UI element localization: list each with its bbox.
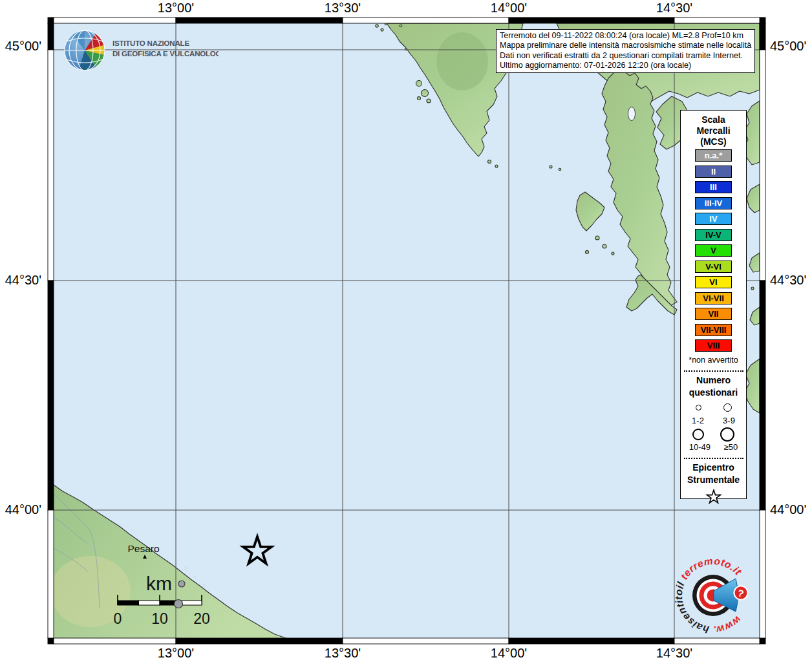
axis-label-left-45-00: 45°00' — [0, 39, 41, 54]
ingv-logo: ISTITUTO NAZIONALE DI GEOFISICA E VULCAN… — [63, 29, 219, 77]
legend-intensity-ii: II — [695, 166, 732, 178]
axis-label-top-13-30: 13°30' — [325, 1, 361, 16]
event-info-box: Terremoto del 09-11-2022 08:00:24 (ora l… — [496, 29, 755, 73]
scale-tick-0: 0 — [114, 610, 122, 628]
ingv-logo-line2: DI GEOFISICA E VULCANOLOGIA — [112, 50, 219, 58]
questionnaire-size-row-small — [685, 401, 743, 415]
questionnaire-size-labels-small: 1-2 3-9 — [683, 416, 745, 425]
questionnaire-circle-3-9 — [723, 403, 732, 412]
ingv-logo-line1: ISTITUTO NAZIONALE — [112, 39, 189, 47]
questionnaire-circle-50 — [720, 427, 734, 442]
sea-area — [54, 23, 760, 638]
questionnaire-label-10-49: 10-49 — [689, 442, 710, 452]
ingv-logo-text: ISTITUTO NAZIONALE DI GEOFISICA E VULCAN… — [112, 39, 219, 58]
haisentitoilterremoto-logo: www. haisentitoil terremoto.it ? — [666, 546, 769, 652]
legend-intensity-v: V — [695, 244, 732, 257]
city-label-pesaro: Pesaro — [127, 543, 159, 555]
questionnaire-label-1-2: 1-2 — [692, 416, 704, 425]
legend-questionnaires-title-line2: questionari — [681, 387, 746, 399]
axis-label-right-44-30: 44°30' — [770, 273, 806, 288]
legend-intensity-iii-iv: III-IV — [695, 197, 732, 209]
legend-intensity-vi: VI — [695, 276, 732, 288]
legend-epicenter-title-line1: Epicentro — [681, 462, 746, 474]
legend-title-line1: Scala — [681, 114, 746, 125]
legend-intensity-na: n.a.* — [695, 149, 732, 162]
ingv-logo-svg: ISTITUTO NAZIONALE DI GEOFISICA E VULCAN… — [63, 29, 219, 74]
legend-epicenter-title: Epicentro Strumentale — [681, 462, 746, 486]
event-info-line3: Dati non verificati estratti da 2 questi… — [500, 51, 751, 61]
axis-label-top-13-00: 13°00' — [158, 1, 194, 16]
axis-label-right-45-00: 45°00' — [770, 39, 806, 54]
axis-label-right-44-00: 44°00' — [770, 502, 806, 517]
lake-vrana — [628, 107, 636, 121]
macroseismic-map-page: { "colors": { "sea": "#d7e8f7", "land_ba… — [0, 0, 812, 662]
axis-label-bottom-13-30: 13°30' — [325, 646, 361, 661]
questionnaire-size-row-large — [685, 427, 743, 442]
questionnaire-label-3-9: 3-9 — [723, 416, 735, 425]
axis-label-top-14-00: 14°00' — [491, 1, 527, 16]
legend-intensity-iii: III — [695, 181, 732, 193]
legend-intensity-v-vi: V-VI — [695, 261, 732, 273]
legend-intensity-viii: VIII — [695, 339, 732, 352]
axis-label-top-14-30: 14°30' — [656, 1, 692, 16]
legend-title-line3: (MCS) — [681, 136, 746, 147]
legend-intensity-iv: IV — [695, 213, 732, 225]
scale-tick-20: 20 — [193, 610, 210, 628]
legend-intensity-iv-v: IV-V — [695, 229, 732, 241]
axis-label-bottom-14-00: 14°00' — [491, 646, 527, 661]
legend-separator — [684, 370, 743, 372]
locality-marker — [178, 581, 185, 587]
legend-intensity-scale: n.a.* II III III-IV IV IV-V V V-VI VI VI… — [681, 149, 746, 352]
legend-epicenter-title-line2: Strumentale — [681, 474, 746, 486]
legend-intensity-vi-vii: VI-VII — [695, 292, 732, 304]
target-icon — [692, 575, 738, 616]
axis-label-left-44-30: 44°30' — [0, 273, 41, 288]
scale-unit-label: km — [146, 573, 172, 595]
legend-title: Scala Mercalli (MCS) — [681, 111, 746, 147]
site-text-www: www. — [712, 614, 743, 635]
legend-intensity-vii: VII — [695, 308, 732, 320]
questionnaire-size-labels-large: 10-49 ≥50 — [683, 442, 745, 452]
locality-marker — [175, 600, 183, 608]
axis-label-left-44-00: 44°00' — [0, 502, 41, 517]
questionnaire-circle-10-49 — [692, 429, 704, 440]
axis-label-bottom-13-00: 13°00' — [158, 646, 194, 661]
scale-tick-10: 10 — [151, 610, 168, 628]
legend-footnote: *non avvertito — [681, 356, 746, 365]
legend-questionnaires-title-line1: Numero — [681, 374, 746, 387]
legend-panel: Scala Mercalli (MCS) n.a.* II III III-IV… — [680, 110, 747, 499]
legend-epicenter-star-icon — [681, 489, 746, 508]
event-info-line1: Terremoto del 09-11-2022 08:00:24 (ora l… — [500, 31, 751, 41]
legend-separator — [684, 458, 743, 459]
ingv-globe-icon — [65, 30, 105, 70]
legend-questionnaires-title: Numero questionari — [681, 374, 746, 399]
questionnaire-label-50: ≥50 — [724, 442, 738, 452]
legend-title-line2: Mercalli — [681, 125, 746, 136]
event-info-line4: Ultimo aggiornamento: 07-01-2026 12:20 (… — [500, 61, 751, 70]
haisentitoilterremoto-logo-svg: www. haisentitoil terremoto.it ? — [666, 546, 769, 650]
legend-intensity-vii-viii: VII-VIII — [695, 324, 732, 336]
questionnaire-circle-1-2 — [696, 405, 701, 411]
event-info-line2: Mappa preliminare delle intensità macros… — [500, 41, 751, 50]
